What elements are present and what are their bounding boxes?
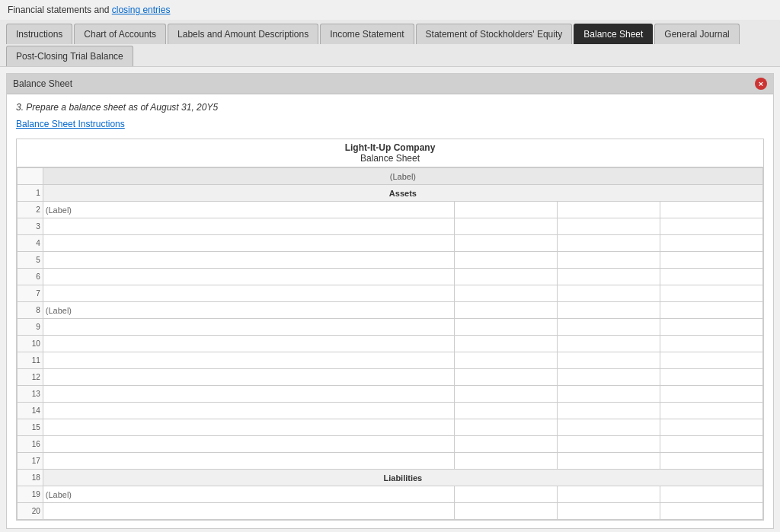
- data-cell-3[interactable]: [660, 503, 762, 520]
- data-cell-1[interactable]: [454, 503, 557, 520]
- label-cell[interactable]: (Label): [43, 486, 454, 503]
- data-cell-2[interactable]: [557, 403, 660, 419]
- label-cell[interactable]: [43, 269, 454, 285]
- data-cell-1[interactable]: [454, 218, 557, 235]
- data-cell-3[interactable]: [660, 352, 762, 369]
- tab-income-statement[interactable]: Income Statement: [320, 24, 414, 44]
- data-cell-2[interactable]: [557, 453, 660, 470]
- data-cell-3[interactable]: [660, 436, 762, 453]
- label-cell[interactable]: [43, 352, 454, 369]
- data-cell-3[interactable]: [660, 453, 762, 470]
- data-cell-2[interactable]: [557, 386, 660, 403]
- data-cell-2[interactable]: [557, 269, 660, 285]
- tab-labels-amount[interactable]: Labels and Amount Descriptions: [168, 24, 318, 44]
- label-cell[interactable]: [43, 386, 454, 403]
- data-cell-1[interactable]: [454, 235, 557, 252]
- panel-close-button[interactable]: ×: [755, 78, 767, 90]
- data-cell-2[interactable]: [557, 503, 660, 520]
- row-number: 14: [18, 403, 43, 419]
- label-cell[interactable]: [43, 453, 454, 470]
- data-cell-1[interactable]: [454, 269, 557, 285]
- data-cell-2[interactable]: [557, 436, 660, 453]
- row-number: 19: [18, 486, 43, 503]
- data-cell-2[interactable]: [557, 202, 660, 218]
- label-cell[interactable]: [43, 319, 454, 336]
- data-cell-2[interactable]: [557, 302, 660, 319]
- data-cell-3[interactable]: [660, 302, 762, 319]
- data-cell-1[interactable]: [454, 202, 557, 218]
- table-row: 9: [18, 319, 763, 336]
- row-number: 18: [18, 470, 43, 486]
- section-header-cell: Liabilities: [43, 470, 762, 486]
- data-cell-1[interactable]: [454, 453, 557, 470]
- data-cell-2[interactable]: [557, 319, 660, 336]
- data-cell-2[interactable]: [557, 218, 660, 235]
- data-cell-3[interactable]: [660, 369, 762, 386]
- label-cell[interactable]: [43, 336, 454, 352]
- data-cell-3[interactable]: [660, 319, 762, 336]
- data-cell-2[interactable]: [557, 252, 660, 269]
- data-cell-1[interactable]: [454, 369, 557, 386]
- data-cell-2[interactable]: [557, 285, 660, 302]
- data-cell-1[interactable]: [454, 419, 557, 436]
- data-cell-3[interactable]: [660, 386, 762, 403]
- data-cell-1[interactable]: [454, 403, 557, 419]
- data-cell-3[interactable]: [660, 336, 762, 352]
- data-cell-3[interactable]: [660, 218, 762, 235]
- data-cell-2[interactable]: [557, 419, 660, 436]
- table-row: 14: [18, 403, 763, 419]
- data-cell-3[interactable]: [660, 403, 762, 419]
- data-cell-1[interactable]: [454, 436, 557, 453]
- data-cell-2[interactable]: [557, 486, 660, 503]
- table-row: 7: [18, 285, 763, 302]
- tab-general-journal[interactable]: General Journal: [654, 24, 739, 44]
- label-cell[interactable]: [43, 218, 454, 235]
- label-cell[interactable]: [43, 235, 454, 252]
- closing-entries-link[interactable]: closing entries: [112, 5, 171, 15]
- data-cell-2[interactable]: [557, 369, 660, 386]
- panel-body[interactable]: 3. Prepare a balance sheet as of August …: [7, 94, 773, 528]
- label-cell[interactable]: [43, 403, 454, 419]
- data-cell-1[interactable]: [454, 319, 557, 336]
- table-row: 5: [18, 252, 763, 269]
- label-cell[interactable]: [43, 419, 454, 436]
- data-cell-1[interactable]: [454, 486, 557, 503]
- data-cell-3[interactable]: [660, 235, 762, 252]
- data-cell-1[interactable]: [454, 386, 557, 403]
- data-cell-3[interactable]: [660, 486, 762, 503]
- row-number: 13: [18, 386, 43, 403]
- tab-post-closing[interactable]: Post-Closing Trial Balance: [6, 46, 133, 66]
- data-cell-3[interactable]: [660, 252, 762, 269]
- data-cell-1[interactable]: [454, 252, 557, 269]
- tab-chart-of-accounts[interactable]: Chart of Accounts: [74, 24, 166, 44]
- row-number: 20: [18, 503, 43, 520]
- label-cell[interactable]: [43, 503, 454, 520]
- data-cell-3[interactable]: [660, 285, 762, 302]
- data-cell-2[interactable]: [557, 336, 660, 352]
- table-row: 8(Label): [18, 302, 763, 319]
- label-cell[interactable]: [43, 369, 454, 386]
- label-cell[interactable]: (Label): [43, 202, 454, 218]
- balance-sheet-instructions-link[interactable]: Balance Sheet Instructions: [16, 119, 764, 129]
- label-cell[interactable]: [43, 252, 454, 269]
- label-cell[interactable]: (Label): [43, 302, 454, 319]
- data-cell-1[interactable]: [454, 302, 557, 319]
- label-header-cell[interactable]: (Label): [43, 168, 762, 185]
- data-cell-3[interactable]: [660, 202, 762, 218]
- tab-instructions[interactable]: Instructions: [6, 24, 72, 44]
- data-cell-2[interactable]: [557, 235, 660, 252]
- data-cell-1[interactable]: [454, 285, 557, 302]
- tabs-bar: InstructionsChart of AccountsLabels and …: [0, 20, 780, 67]
- data-cell-3[interactable]: [660, 419, 762, 436]
- row-number: 10: [18, 336, 43, 352]
- tab-stockholders-equity[interactable]: Statement of Stockholders' Equity: [416, 24, 573, 44]
- label-cell[interactable]: [43, 436, 454, 453]
- data-cell-2[interactable]: [557, 352, 660, 369]
- label-cell[interactable]: [43, 285, 454, 302]
- table-row: 6: [18, 269, 763, 285]
- data-cell-3[interactable]: [660, 269, 762, 285]
- tab-balance-sheet[interactable]: Balance Sheet: [574, 24, 653, 44]
- data-cell-1[interactable]: [454, 352, 557, 369]
- data-cell-1[interactable]: [454, 336, 557, 352]
- row-number: 12: [18, 369, 43, 386]
